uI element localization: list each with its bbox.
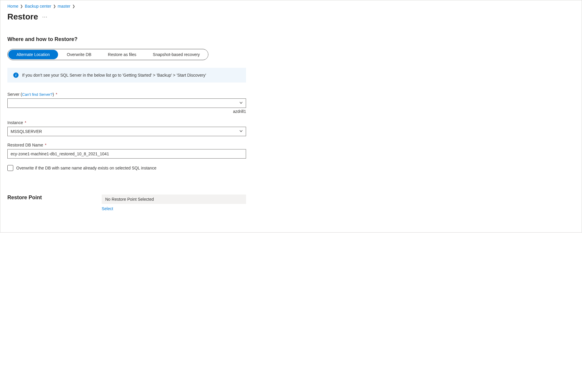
restore-point-status: No Restore Point Selected (102, 195, 246, 204)
info-icon: i (13, 73, 19, 78)
restored-db-name-label-text: Restored DB Name (7, 143, 43, 147)
restore-point-body: No Restore Point Selected Select (102, 195, 246, 211)
cant-find-server-link[interactable]: Can't find Server? (22, 92, 53, 97)
server-select[interactable] (7, 98, 246, 108)
tab-snapshot-recovery[interactable]: Snapshot-based recovery (145, 50, 208, 59)
instance-label: Instance * (7, 120, 246, 125)
tab-overwrite-db[interactable]: Overwrite DB (59, 50, 100, 59)
instance-select[interactable]: MSSQLSERVER (7, 127, 246, 136)
restore-mode-tabs: Alternate Location Overwrite DB Restore … (7, 49, 208, 60)
required-marker: * (45, 143, 46, 147)
info-callout: i If you don't see your SQL Server in th… (7, 68, 246, 83)
overwrite-checkbox[interactable] (7, 165, 13, 171)
restore-point-row: Restore Point No Restore Point Selected … (7, 195, 575, 211)
chevron-right-icon: ❯ (53, 4, 56, 8)
title-row: Restore ··· (7, 12, 575, 22)
restore-point-select-link[interactable]: Select (102, 206, 113, 211)
required-marker: * (25, 120, 26, 125)
chevron-right-icon: ❯ (72, 4, 75, 8)
overwrite-checkbox-label: Overwrite if the DB with same name alrea… (16, 166, 156, 170)
server-label: Server (Can't find Server?) * (7, 92, 246, 97)
info-text: If you don't see your SQL Server in the … (22, 73, 206, 78)
server-select-wrap (7, 98, 246, 108)
restored-db-name-input[interactable] (7, 149, 246, 159)
section-heading: Where and how to Restore? (7, 36, 575, 42)
chevron-right-icon: ❯ (20, 4, 23, 8)
instance-select-wrap: MSSQLSERVER (7, 127, 246, 136)
server-helper-text: azdrill1 (7, 109, 246, 114)
required-marker: * (56, 92, 57, 97)
breadcrumb-backup-center[interactable]: Backup center (25, 4, 51, 9)
instance-field-group: Instance * MSSQLSERVER (7, 120, 246, 136)
breadcrumb-master[interactable]: master (58, 4, 70, 9)
restored-db-name-label: Restored DB Name * (7, 143, 246, 147)
overwrite-checkbox-row: Overwrite if the DB with same name alrea… (7, 165, 575, 171)
instance-label-text: Instance (7, 120, 23, 125)
restore-point-heading: Restore Point (7, 195, 102, 201)
tab-restore-as-files[interactable]: Restore as files (100, 50, 144, 59)
more-icon[interactable]: ··· (42, 14, 47, 20)
server-field-group: Server (Can't find Server?) * azdrill1 (7, 92, 246, 114)
breadcrumb-home[interactable]: Home (7, 4, 18, 9)
breadcrumb: Home ❯ Backup center ❯ master ❯ (7, 4, 575, 9)
server-label-text: Server (7, 92, 19, 97)
page-title: Restore (7, 12, 38, 22)
restored-db-name-group: Restored DB Name * (7, 143, 246, 159)
tab-alternate-location[interactable]: Alternate Location (8, 50, 58, 59)
